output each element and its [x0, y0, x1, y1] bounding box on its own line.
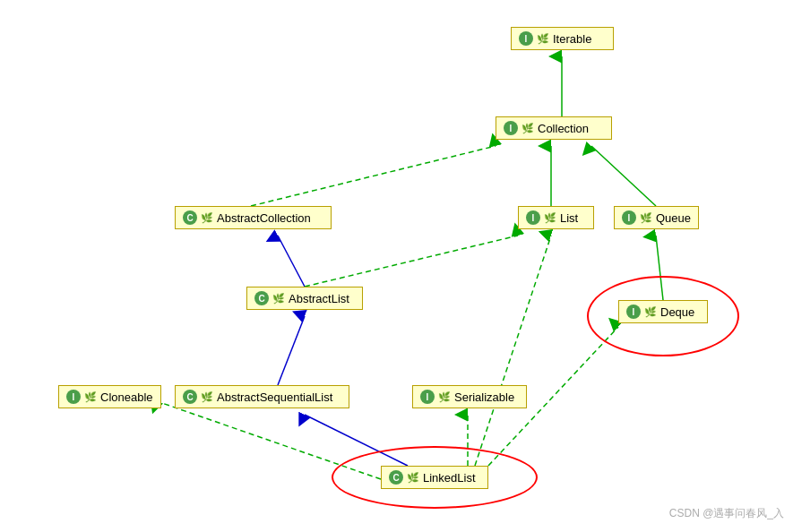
svg-line-12 — [157, 401, 381, 479]
abstractcollection-leaf-icon: 🌿 — [201, 212, 213, 224]
abstractlist-leaf-icon: 🌿 — [272, 293, 285, 305]
abstractsequentiallist-type-icon: C — [183, 390, 197, 404]
abstractlist-label: AbstractList — [289, 292, 349, 305]
node-abstract-collection: C 🌿 AbstractCollection — [175, 206, 332, 229]
cloneable-label: Cloneable — [100, 390, 153, 404]
svg-line-14 — [475, 236, 551, 466]
node-iterable: I 🌿 Iterable — [511, 27, 614, 50]
svg-line-8 — [278, 316, 305, 385]
list-leaf-icon: 🌿 — [544, 212, 556, 224]
iterable-leaf-icon: 🌿 — [537, 33, 549, 45]
list-type-icon: I — [526, 210, 540, 225]
svg-line-5 — [591, 146, 656, 206]
node-abstract-sequential-list: C 🌿 AbstractSequentialList — [175, 385, 349, 408]
cloneable-type-icon: I — [66, 390, 81, 404]
abstractcollection-label: AbstractCollection — [217, 211, 311, 225]
deque-type-icon: I — [626, 305, 641, 319]
svg-line-6 — [251, 146, 496, 206]
node-list: I 🌿 List — [518, 206, 594, 229]
arrows-svg — [0, 0, 793, 532]
node-serializable: I 🌿 Serializable — [412, 385, 527, 408]
node-cloneable: I 🌿 Cloneable — [58, 385, 161, 408]
linkedlist-label: LinkedList — [423, 471, 476, 485]
deque-leaf-icon: 🌿 — [644, 306, 657, 318]
serializable-label: Serializable — [454, 390, 514, 404]
node-linked-list: C 🌿 LinkedList — [381, 466, 488, 489]
serializable-type-icon: I — [420, 390, 435, 404]
node-collection: I 🌿 Collection — [496, 116, 612, 140]
iterable-label: Iterable — [553, 32, 591, 46]
svg-line-11 — [305, 415, 408, 466]
linkedlist-leaf-icon: 🌿 — [407, 472, 419, 484]
svg-line-9 — [305, 236, 518, 287]
collection-type-icon: I — [504, 121, 518, 135]
node-abstract-list: C 🌿 AbstractList — [246, 287, 363, 310]
abstractsequentiallist-label: AbstractSequentialList — [217, 390, 332, 404]
deque-label: Deque — [660, 305, 694, 319]
queue-type-icon: I — [622, 210, 636, 225]
linkedlist-type-icon: C — [389, 470, 403, 485]
abstractlist-type-icon: C — [254, 291, 269, 305]
watermark: CSDN @遇事问春风_入 — [669, 506, 784, 521]
abstractcollection-type-icon: C — [183, 210, 197, 225]
cloneable-leaf-icon: 🌿 — [84, 391, 97, 403]
svg-line-10 — [656, 236, 663, 300]
queue-label: Queue — [656, 211, 691, 225]
collection-leaf-icon: 🌿 — [521, 123, 534, 134]
diagram-container: I 🌿 Iterable I 🌿 Collection I 🌿 List I 🌿… — [0, 0, 793, 532]
iterable-type-icon: I — [519, 31, 533, 46]
node-deque: I 🌿 Deque — [618, 300, 708, 323]
abstractsequentiallist-leaf-icon: 🌿 — [201, 391, 213, 403]
collection-label: Collection — [538, 122, 589, 135]
list-label: List — [560, 211, 578, 225]
watermark-text: CSDN @遇事问春风_入 — [669, 507, 784, 519]
svg-line-7 — [278, 236, 305, 287]
queue-leaf-icon: 🌿 — [640, 212, 652, 224]
node-queue: I 🌿 Queue — [614, 206, 699, 229]
serializable-leaf-icon: 🌿 — [438, 391, 451, 403]
